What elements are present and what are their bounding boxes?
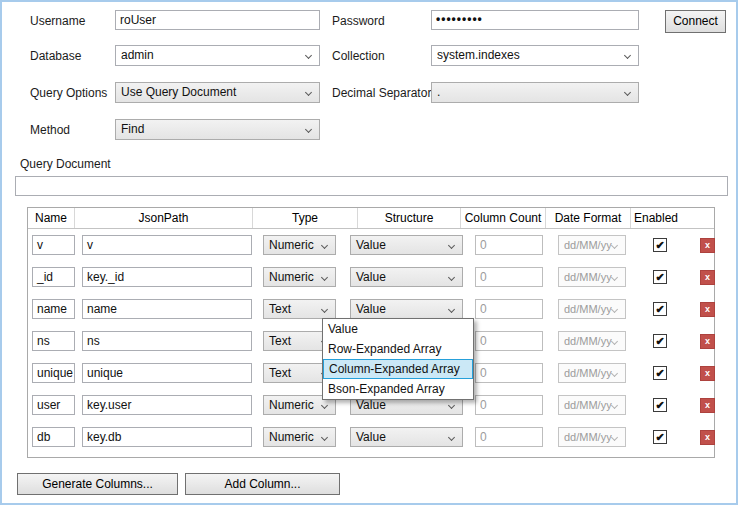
- chevron-down-icon: [448, 274, 455, 281]
- query-document-input[interactable]: [15, 176, 728, 196]
- row-date-format-select[interactable]: dd/MM/yy: [558, 235, 626, 255]
- row-structure-select[interactable]: Value: [350, 267, 463, 287]
- row-column-count-input[interactable]: 0: [475, 299, 543, 319]
- grid-header-cell: Structure: [358, 208, 461, 228]
- enabled-checkbox[interactable]: ✔: [653, 366, 667, 380]
- row-name-input[interactable]: ns: [32, 331, 75, 351]
- dropdown-item[interactable]: Row-Expanded Array: [323, 339, 473, 359]
- row-jsonpath-input[interactable]: name: [82, 299, 252, 319]
- row-name-input[interactable]: _id: [32, 267, 75, 287]
- row-jsonpath-input[interactable]: key.db: [82, 427, 252, 447]
- generate-columns-button[interactable]: Generate Columns...: [17, 473, 178, 495]
- chevron-down-icon: [448, 306, 455, 313]
- chevron-down-icon: [448, 434, 455, 441]
- enabled-checkbox[interactable]: ✔: [653, 302, 667, 316]
- grid-header-cell: Enabled: [631, 208, 681, 228]
- enabled-checkbox[interactable]: ✔: [653, 398, 667, 412]
- chevron-down-icon: [305, 126, 312, 133]
- row-date-format-value: dd/MM/yy: [564, 335, 612, 347]
- row-type-select[interactable]: Numeric: [263, 235, 336, 255]
- row-structure-select[interactable]: Value: [350, 427, 463, 447]
- grid-header-cell: Name: [28, 208, 75, 228]
- collection-value: system.indexes: [437, 48, 520, 62]
- delete-row-button[interactable]: x: [700, 302, 715, 317]
- dropdown-item[interactable]: Bson-Expanded Array: [323, 379, 473, 399]
- connect-button[interactable]: Connect: [665, 10, 726, 33]
- row-name-input[interactable]: v: [32, 235, 75, 255]
- method-label: Method: [30, 122, 70, 138]
- grid-header-cell: Type: [253, 208, 358, 228]
- password-input[interactable]: •••••••••: [431, 10, 639, 30]
- app-window: Username roUser Password ••••••••• Conne…: [0, 0, 738, 505]
- row-structure-value: Value: [356, 302, 386, 316]
- row-date-format-select[interactable]: dd/MM/yy: [558, 267, 626, 287]
- delete-row-button[interactable]: x: [700, 366, 715, 381]
- query-options-label: Query Options: [30, 85, 107, 101]
- delete-row-button[interactable]: x: [700, 270, 715, 285]
- row-column-count-input[interactable]: 0: [475, 363, 543, 383]
- chevron-down-icon: [321, 274, 328, 281]
- enabled-checkbox[interactable]: ✔: [653, 270, 667, 284]
- row-date-format-select[interactable]: dd/MM/yy: [558, 427, 626, 447]
- add-column-button[interactable]: Add Column...: [185, 473, 340, 495]
- collection-label: Collection: [332, 48, 385, 64]
- delete-row-button[interactable]: x: [700, 238, 715, 253]
- row-type-value: Text: [269, 366, 291, 380]
- method-select[interactable]: Find: [115, 119, 320, 140]
- row-name-input[interactable]: name: [32, 299, 75, 319]
- delete-row-button[interactable]: x: [700, 334, 715, 349]
- decimal-separator-select[interactable]: .: [431, 82, 639, 103]
- chevron-down-icon: [448, 402, 455, 409]
- row-name-input[interactable]: unique: [32, 363, 75, 383]
- username-input[interactable]: roUser: [115, 10, 320, 30]
- chevron-down-icon: [321, 306, 328, 313]
- row-date-format-select[interactable]: dd/MM/yy: [558, 395, 626, 415]
- row-jsonpath-input[interactable]: v: [82, 235, 252, 255]
- enabled-checkbox[interactable]: ✔: [653, 334, 667, 348]
- delete-row-button[interactable]: x: [700, 430, 715, 445]
- row-type-select[interactable]: Numeric: [263, 427, 336, 447]
- grid-header-cell: Column Count: [461, 208, 546, 228]
- query-options-select[interactable]: Use Query Document: [115, 82, 320, 103]
- row-structure-select[interactable]: Value: [350, 235, 463, 255]
- row-type-select[interactable]: Numeric: [263, 267, 336, 287]
- username-label: Username: [30, 13, 85, 29]
- row-jsonpath-input[interactable]: key.user: [82, 395, 252, 415]
- row-date-format-select[interactable]: dd/MM/yy: [558, 363, 626, 383]
- grid-header: NameJsonPathTypeStructureColumn CountDat…: [28, 208, 714, 229]
- row-date-format-select[interactable]: dd/MM/yy: [558, 299, 626, 319]
- row-date-format-value: dd/MM/yy: [564, 303, 612, 315]
- database-select[interactable]: admin: [115, 45, 320, 66]
- row-column-count-input[interactable]: 0: [475, 267, 543, 287]
- method-value: Find: [121, 122, 144, 136]
- row-structure-select[interactable]: Value: [350, 299, 463, 319]
- dropdown-item[interactable]: Column-Expanded Array: [323, 359, 473, 379]
- row-name-input[interactable]: user: [32, 395, 75, 415]
- chevron-down-icon: [321, 434, 328, 441]
- chevron-down-icon: [448, 242, 455, 249]
- enabled-checkbox[interactable]: ✔: [653, 238, 667, 252]
- delete-row-button[interactable]: x: [700, 398, 715, 413]
- row-type-value: Numeric: [269, 238, 314, 252]
- row-date-format-select[interactable]: dd/MM/yy: [558, 331, 626, 351]
- row-jsonpath-input[interactable]: ns: [82, 331, 252, 351]
- row-column-count-input[interactable]: 0: [475, 427, 543, 447]
- row-column-count-input[interactable]: 0: [475, 395, 543, 415]
- row-structure-value: Value: [356, 398, 386, 412]
- chevron-down-icon: [611, 370, 618, 377]
- row-type-value: Numeric: [269, 398, 314, 412]
- enabled-checkbox[interactable]: ✔: [653, 430, 667, 444]
- row-type-select[interactable]: Text: [263, 299, 336, 319]
- row-type-value: Numeric: [269, 270, 314, 284]
- row-jsonpath-input[interactable]: unique: [82, 363, 252, 383]
- row-column-count-input[interactable]: 0: [475, 235, 543, 255]
- row-jsonpath-input[interactable]: key._id: [82, 267, 252, 287]
- dropdown-item[interactable]: Value: [323, 319, 473, 339]
- grid-header-cell: JsonPath: [75, 208, 253, 228]
- structure-dropdown-popup: ValueRow-Expanded ArrayColumn-Expanded A…: [322, 318, 474, 400]
- row-name-input[interactable]: db: [32, 427, 75, 447]
- row-column-count-input[interactable]: 0: [475, 331, 543, 351]
- row-date-format-value: dd/MM/yy: [564, 271, 612, 283]
- chevron-down-icon: [611, 434, 618, 441]
- collection-select[interactable]: system.indexes: [431, 45, 639, 66]
